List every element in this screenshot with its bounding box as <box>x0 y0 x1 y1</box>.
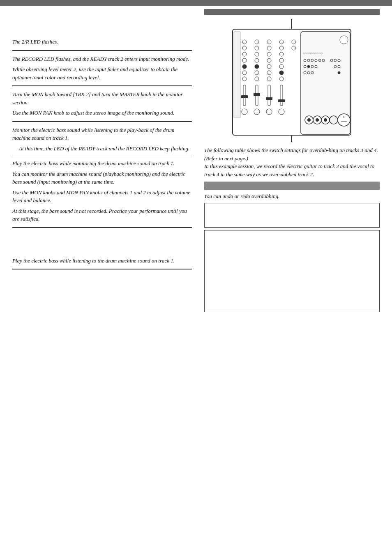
svg-point-41 <box>292 46 296 50</box>
mixer-svg: ○○○○○○○○○○ <box>233 30 351 136</box>
block-5: Play the electric bass while monitoring … <box>12 159 192 223</box>
svg-point-33 <box>279 58 284 62</box>
block-2: The RECORD LED flashes, and the READY tr… <box>12 55 192 82</box>
svg-point-36 <box>279 77 284 81</box>
block2-text2: While observing level meter 2, use the i… <box>12 65 192 81</box>
svg-point-52 <box>334 59 337 62</box>
svg-point-60 <box>304 71 306 74</box>
svg-point-14 <box>255 64 259 69</box>
svg-point-45 <box>304 59 306 62</box>
block3-text2: Use the MON PAN knob to adjust the stere… <box>12 109 192 117</box>
block2-text1: The RECORD LED flashes, and the READY tr… <box>12 55 192 63</box>
overdub-text: The following table shows the switch set… <box>204 146 380 178</box>
svg-rect-74 <box>234 32 240 118</box>
block5-text4: At this stage, the bass sound is not rec… <box>12 207 192 223</box>
block4-text1: Monitor the electric bass sound while li… <box>12 126 192 142</box>
svg-point-0 <box>242 40 247 44</box>
svg-point-3 <box>242 58 247 62</box>
svg-point-53 <box>338 59 340 62</box>
svg-point-15 <box>255 71 259 75</box>
svg-point-49 <box>318 59 321 62</box>
svg-point-65 <box>307 118 311 122</box>
svg-point-19 <box>254 109 260 115</box>
svg-point-16 <box>255 77 259 81</box>
block4-text2: At this time, the LED of the READY track… <box>19 145 192 153</box>
svg-rect-8 <box>241 95 248 98</box>
svg-point-35 <box>279 71 284 75</box>
divider-6 <box>12 269 192 269</box>
block-4: Monitor the electric bass sound while li… <box>12 126 192 153</box>
mixer-box: ○○○○○○○○○○ <box>232 29 351 136</box>
divider-3 <box>12 121 192 122</box>
svg-rect-27 <box>268 85 270 106</box>
svg-point-21 <box>267 46 271 50</box>
divider-4 <box>12 156 192 156</box>
divider-2 <box>12 85 192 86</box>
diagram-connector-bottom <box>291 136 292 142</box>
info-box-small <box>204 203 380 228</box>
block1-text1: The 2/R LED flashes. <box>12 38 192 46</box>
svg-point-57 <box>315 65 317 68</box>
divider-5 <box>12 227 192 228</box>
right-column: ○○○○○○○○○○ <box>200 9 380 315</box>
divider-1 <box>12 50 192 51</box>
svg-point-30 <box>279 40 284 44</box>
block-1: The 2/R LED flashes. <box>12 38 192 46</box>
svg-point-5 <box>242 71 247 75</box>
svg-point-9 <box>242 109 247 115</box>
svg-point-39 <box>279 109 284 115</box>
svg-point-58 <box>334 65 337 68</box>
svg-point-69 <box>324 118 327 122</box>
svg-point-12 <box>255 52 259 56</box>
mixer-diagram-container: ○○○○○○○○○○ <box>232 19 351 142</box>
svg-point-67 <box>316 118 319 122</box>
diagram-connector-top <box>291 19 292 29</box>
svg-point-46 <box>307 59 310 62</box>
overdub-line2: In this example session, we record the e… <box>204 162 380 178</box>
svg-point-10 <box>255 40 259 44</box>
svg-point-6 <box>242 77 247 81</box>
svg-rect-18 <box>254 93 260 96</box>
svg-point-32 <box>279 52 284 56</box>
svg-point-1 <box>242 46 247 50</box>
svg-point-50 <box>322 59 325 62</box>
block3-text1: Turn the MON knob toward [TRK 2] and tur… <box>12 90 192 106</box>
undo-redo-section-header <box>204 182 380 190</box>
svg-point-4 <box>242 64 247 69</box>
svg-point-51 <box>330 59 333 62</box>
svg-point-71 <box>338 114 350 126</box>
svg-point-2 <box>242 52 247 56</box>
svg-point-34 <box>279 64 284 69</box>
svg-rect-28 <box>266 97 272 100</box>
svg-point-23 <box>267 58 271 62</box>
svg-point-48 <box>315 59 317 62</box>
svg-point-47 <box>311 59 314 62</box>
block-6: Play the electric bass while listening t… <box>12 257 192 265</box>
svg-point-56 <box>311 65 314 68</box>
svg-point-40 <box>292 40 296 44</box>
block5-text1: Play the electric bass while monitoring … <box>12 159 192 168</box>
left-column: The 2/R LED flashes. The RECORD LED flas… <box>12 9 200 315</box>
block6-text1: Play the electric bass while listening t… <box>12 257 192 265</box>
svg-point-31 <box>279 46 284 50</box>
svg-point-62 <box>311 71 314 74</box>
right-header-bar <box>204 9 380 15</box>
svg-point-25 <box>267 71 271 75</box>
svg-point-59 <box>338 65 340 68</box>
svg-point-29 <box>266 109 272 115</box>
top-header-bar <box>0 0 392 6</box>
info-box-tall <box>204 230 380 312</box>
svg-point-11 <box>255 46 259 50</box>
svg-point-63 <box>338 71 340 74</box>
block-3: Turn the MON knob toward [TRK 2] and tur… <box>12 90 192 117</box>
svg-point-20 <box>267 40 271 44</box>
undo-text: You can undo or redo overdubbing. <box>204 192 380 200</box>
svg-point-43 <box>340 36 348 44</box>
overdub-line1: The following table shows the switch set… <box>204 146 380 162</box>
svg-point-54 <box>304 65 306 68</box>
svg-point-55 <box>307 65 310 68</box>
block5-text2: You can monitor the drum machine sound (… <box>12 170 192 186</box>
svg-point-22 <box>267 52 271 56</box>
svg-point-61 <box>307 71 310 74</box>
svg-rect-38 <box>278 99 285 102</box>
